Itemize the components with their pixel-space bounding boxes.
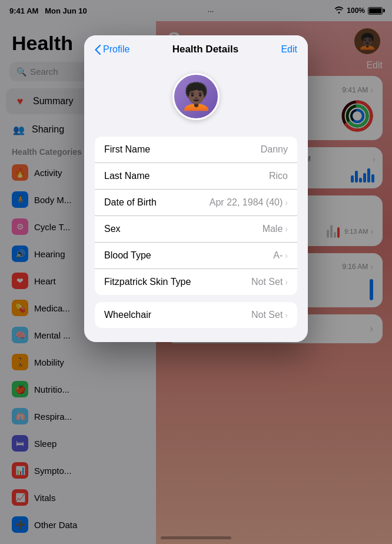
modal-form-section1: First Name Danny Last Name Rico Date of … — [95, 137, 297, 295]
wheelchair-chevron: › — [285, 310, 288, 320]
modal-edit-button[interactable]: Edit — [281, 44, 297, 55]
blood-type-row[interactable]: Blood Type A- › — [95, 243, 297, 269]
first-name-label: First Name — [104, 144, 150, 155]
home-indicator — [161, 536, 231, 539]
blood-type-label: Blood Type — [104, 250, 151, 261]
blood-type-chevron: › — [285, 251, 288, 260]
skin-type-label: Fitzpatrick Skin Type — [104, 277, 191, 287]
sex-chevron: › — [285, 224, 288, 234]
last-name-value: Rico — [269, 171, 288, 181]
dob-value: Apr 22, 1984 (40) — [210, 197, 283, 208]
modal-title: Health Details — [172, 44, 238, 55]
modal-back-label: Profile — [103, 44, 129, 55]
health-details-modal: Profile Health Details Edit 🧑🏿‍🦱 First N… — [84, 35, 308, 342]
last-name-label: Last Name — [104, 171, 150, 181]
skin-type-chevron: › — [285, 277, 288, 287]
skin-type-value: Not Set — [251, 277, 283, 287]
avatar-emoji: 🧑🏿‍🦱 — [180, 81, 212, 112]
wheelchair-value-container: Not Set › — [251, 310, 288, 320]
dob-chevron: › — [285, 198, 288, 207]
wheelchair-value: Not Set — [251, 310, 283, 320]
modal-avatar[interactable]: 🧑🏿‍🦱 — [172, 73, 220, 120]
skin-type-row[interactable]: Fitzpatrick Skin Type Not Set › — [95, 269, 297, 295]
wheelchair-label: Wheelchair — [104, 310, 151, 320]
first-name-value-container: Danny — [261, 144, 288, 155]
dob-value-container: Apr 22, 1984 (40) › — [210, 197, 288, 208]
modal-avatar-section: 🧑🏿‍🦱 — [84, 61, 308, 137]
last-name-value-container: Rico — [269, 171, 288, 181]
blood-type-value: A- — [273, 250, 283, 261]
first-name-value: Danny — [261, 144, 288, 155]
modal-back-button[interactable]: Profile — [95, 44, 129, 55]
sex-row[interactable]: Sex Male › — [95, 216, 297, 243]
skin-type-value-container: Not Set › — [251, 277, 288, 287]
modal-form-section2: Wheelchair Not Set › — [95, 302, 297, 328]
modal-overlay: Profile Health Details Edit 🧑🏿‍🦱 First N… — [0, 0, 392, 544]
modal-nav: Profile Health Details Edit — [84, 35, 308, 61]
wheelchair-row[interactable]: Wheelchair Not Set › — [95, 302, 297, 328]
sex-label: Sex — [104, 224, 121, 234]
last-name-row[interactable]: Last Name Rico — [95, 163, 297, 190]
dob-row[interactable]: Date of Birth Apr 22, 1984 (40) › — [95, 190, 297, 216]
dob-label: Date of Birth — [104, 197, 157, 208]
sex-value-container: Male › — [263, 224, 288, 234]
blood-type-value-container: A- › — [273, 250, 288, 261]
first-name-row[interactable]: First Name Danny — [95, 137, 297, 163]
sex-value: Male — [263, 224, 283, 234]
